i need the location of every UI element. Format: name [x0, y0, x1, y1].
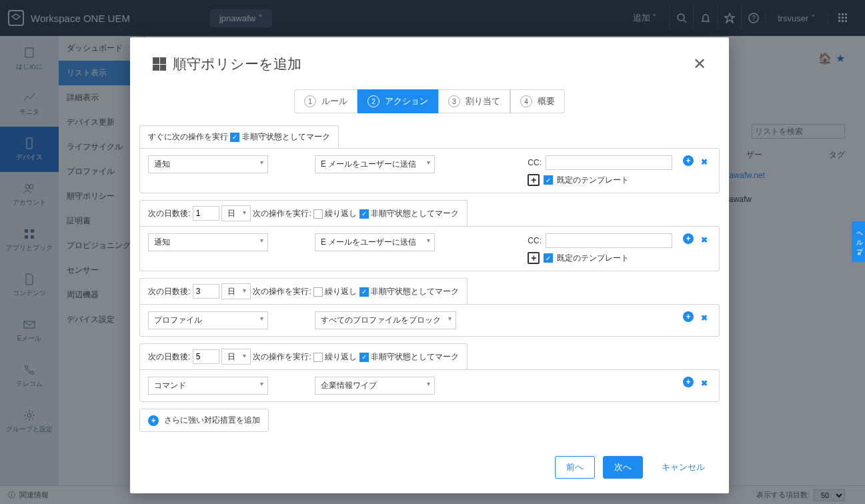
action-row-0: 通知 E メールをユーザーに送信 CC: +既定のテンプレート + ✖ [139, 148, 720, 193]
repeat-check-3[interactable] [313, 353, 323, 362]
mark-noncompliant-check-0[interactable] [230, 133, 239, 142]
stepper: 1ルール 2アクション 3割り当て 4概要 [130, 85, 729, 125]
modal-footer: 前へ 次へ キャンセル [130, 444, 729, 493]
add-action-icon-3[interactable]: + [683, 377, 694, 387]
action-type-select-2[interactable]: プロファイル [148, 311, 268, 329]
cancel-button[interactable]: キャンセル [651, 457, 716, 478]
prev-button[interactable]: 前へ [555, 456, 595, 479]
windows-icon [153, 57, 166, 71]
action-row-3: コマンド 企業情報ワイプ + ✖ [139, 369, 720, 402]
close-icon[interactable]: ✕ [693, 55, 706, 73]
mark-noncompliant-check-1[interactable] [359, 209, 369, 219]
step-assignment[interactable]: 3割り当て [438, 89, 510, 113]
remove-action-icon-1[interactable]: ✖ [698, 233, 711, 247]
step-rules[interactable]: 1ルール [294, 89, 357, 113]
cc-input-1[interactable] [546, 233, 672, 248]
add-action-icon-1[interactable]: + [683, 233, 694, 244]
days-input-1[interactable] [193, 206, 219, 221]
remove-action-icon-2[interactable]: ✖ [698, 311, 711, 325]
action-row-2: プロファイル すべてのプロファイルをブロック + ✖ [139, 304, 720, 337]
immediate-head: すぐに次の操作を実行 非順守状態としてマーク [139, 125, 339, 148]
modal-body: すぐに次の操作を実行 非順守状態としてマーク 通知 E メールをユーザーに送信 … [130, 125, 729, 444]
repeat-check-2[interactable] [313, 287, 323, 297]
step-actions[interactable]: 2アクション [357, 89, 438, 113]
unit-select-3[interactable]: 日 [221, 349, 251, 365]
schedule-head-1: 次の日数後: 日 次の操作を実行: 繰り返し 非順守状態としてマーク [139, 200, 468, 226]
action-type-select-0[interactable]: 通知 [148, 155, 268, 173]
help-float-tab[interactable]: ヘルプ « [852, 221, 865, 262]
action-detail-select-0[interactable]: E メールをユーザーに送信 [315, 155, 435, 173]
modal-title: 順守ポリシーを追加 [153, 55, 301, 73]
next-button[interactable]: 次へ [603, 456, 643, 479]
unit-select-2[interactable]: 日 [221, 283, 251, 299]
add-cc-button-0[interactable]: + [528, 174, 540, 186]
default-template-check-0[interactable] [544, 175, 553, 185]
mark-noncompliant-check-2[interactable] [359, 287, 369, 297]
add-compliance-modal: 順守ポリシーを追加 ✕ 1ルール 2アクション 3割り当て 4概要 すぐに次の操… [130, 37, 729, 493]
add-action-icon-0[interactable]: + [683, 155, 694, 166]
add-escalation-button[interactable]: + さらに強い対応措置を追加 [139, 409, 269, 432]
remove-action-icon-0[interactable]: ✖ [698, 155, 711, 169]
unit-select-1[interactable]: 日 [221, 205, 251, 221]
action-detail-select-3[interactable]: 企業情報ワイプ [315, 377, 435, 395]
action-detail-select-1[interactable]: E メールをユーザーに送信 [315, 233, 435, 251]
days-input-3[interactable] [193, 349, 219, 364]
days-input-2[interactable] [193, 284, 219, 299]
cc-input-0[interactable] [546, 155, 672, 170]
plus-circle-icon: + [148, 415, 159, 426]
action-type-select-3[interactable]: コマンド [148, 377, 268, 395]
mark-noncompliant-check-3[interactable] [359, 353, 369, 362]
add-action-icon-2[interactable]: + [683, 311, 694, 322]
action-row-1: 通知 E メールをユーザーに送信 CC: +既定のテンプレート + ✖ [139, 226, 720, 271]
action-type-select-1[interactable]: 通知 [148, 233, 268, 251]
schedule-head-3: 次の日数後: 日 次の操作を実行: 繰り返し 非順守状態としてマーク [139, 343, 468, 369]
add-cc-button-1[interactable]: + [528, 252, 540, 264]
repeat-check-1[interactable] [313, 209, 323, 219]
step-summary[interactable]: 4概要 [510, 89, 565, 113]
remove-action-icon-3[interactable]: ✖ [698, 377, 711, 390]
default-template-check-1[interactable] [544, 253, 553, 263]
schedule-head-2: 次の日数後: 日 次の操作を実行: 繰り返し 非順守状態としてマーク [139, 278, 468, 304]
action-detail-select-2[interactable]: すべてのプロファイルをブロック [315, 311, 456, 329]
